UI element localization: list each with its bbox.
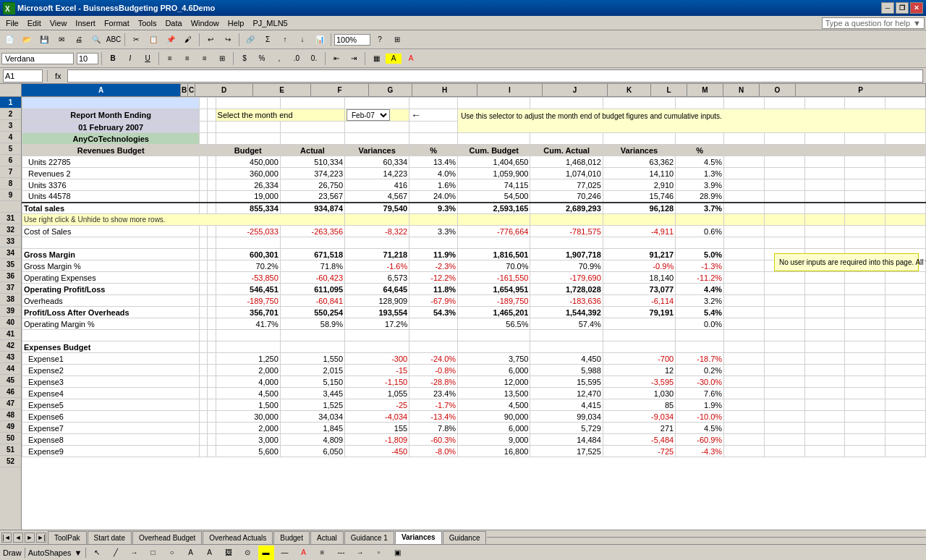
table-row[interactable]: Profit/Loss After Overheads 356,701 550,… bbox=[22, 307, 926, 318]
col-header-m[interactable]: M bbox=[687, 84, 723, 96]
autosum-button[interactable]: Σ bbox=[260, 33, 276, 47]
tab-prev-btn[interactable]: ◄ bbox=[13, 533, 23, 543]
diagram-tool[interactable]: ⊙ bbox=[239, 546, 255, 560]
new-button[interactable]: 📄 bbox=[1, 33, 17, 47]
table-row[interactable]: Expense7 2,000 1,845 155 7.8% 6,000 5,72… bbox=[22, 423, 926, 434]
select-tool[interactable]: ↖ bbox=[89, 546, 105, 560]
row-num-38[interactable]: 38 bbox=[0, 294, 21, 305]
align-right-button[interactable]: ≡ bbox=[197, 51, 213, 66]
table-row[interactable]: Operating Profit/Loss 546,451 611,095 64… bbox=[22, 284, 926, 295]
tab-overhead-budget[interactable]: Overhead Budget bbox=[132, 531, 202, 544]
menu-window[interactable]: Window bbox=[187, 17, 224, 29]
row-num-35[interactable]: 35 bbox=[0, 259, 21, 271]
tab-variances[interactable]: Variances bbox=[395, 531, 442, 544]
table-row[interactable]: Expense9 5,600 6,050 -450 -8.0% 16,800 1… bbox=[22, 446, 926, 457]
preview-button[interactable]: 🔍 bbox=[88, 33, 104, 47]
inc-decimal-button[interactable]: .0 bbox=[289, 51, 305, 66]
row-num-33[interactable]: 33 bbox=[0, 236, 21, 247]
tab-first-btn[interactable]: |◄ bbox=[1, 533, 12, 543]
fx-button[interactable]: fx bbox=[52, 72, 64, 80]
help-input-box[interactable]: Type a question for help ▼ bbox=[822, 17, 925, 29]
table-row[interactable]: Operating Margin % 41.7% 58.9% 17.2% 56.… bbox=[22, 318, 926, 330]
cut-button[interactable]: ✂ bbox=[128, 33, 144, 47]
row-num-48[interactable]: 48 bbox=[0, 410, 21, 421]
menu-tools[interactable]: Tools bbox=[134, 17, 161, 29]
menu-file[interactable]: File bbox=[1, 17, 23, 29]
row-num-9[interactable]: 9 bbox=[0, 190, 21, 201]
tab-start-date[interactable]: Start date bbox=[88, 531, 132, 544]
row-num-46[interactable]: 46 bbox=[0, 386, 21, 398]
save-button[interactable]: 💾 bbox=[36, 33, 52, 47]
table-row[interactable]: Units 22785 450,000 510,334 60,334 13.4%… bbox=[22, 156, 926, 168]
row-num-40[interactable]: 40 bbox=[0, 317, 21, 328]
linestyle-btn[interactable]: ≡ bbox=[315, 546, 331, 560]
tab-guidance[interactable]: Guidance bbox=[443, 531, 487, 544]
dropdown-arrow-icon[interactable]: ▼ bbox=[913, 19, 921, 27]
menu-pj[interactable]: PJ_MLN5 bbox=[248, 17, 292, 29]
month-select-dropdown[interactable]: Jan-07 Feb-07 Mar-07 Apr-07 May-07 Jun-0… bbox=[347, 109, 390, 121]
table-row[interactable]: Expense4 4,500 3,445 1,055 23.4% 13,500 … bbox=[22, 388, 926, 399]
tab-overhead-actuals[interactable]: Overhead Actuals bbox=[203, 531, 273, 544]
row-num-34[interactable]: 34 bbox=[0, 247, 21, 259]
row-num-3[interactable]: 3 bbox=[0, 120, 21, 132]
tab-guidance1[interactable]: Guidance 1 bbox=[344, 531, 394, 544]
tab-nav[interactable]: |◄ ◄ ► ►| bbox=[0, 531, 48, 544]
font-color-button[interactable]: A bbox=[403, 51, 419, 66]
row-num-31[interactable]: 31 bbox=[0, 213, 21, 224]
table-row[interactable]: Total sales 855,334 934,874 79,540 9.3% … bbox=[22, 203, 926, 214]
col-header-e[interactable]: E bbox=[253, 84, 311, 96]
sort-desc-button[interactable]: ↓ bbox=[294, 33, 310, 47]
arrow-tool[interactable]: → bbox=[127, 546, 143, 560]
table-row[interactable]: Overheads -189,750 -60,841 128,909 -67.9… bbox=[22, 295, 926, 307]
autoshapes-arrow-icon[interactable]: ▼ bbox=[75, 548, 82, 557]
align-left-button[interactable]: ≡ bbox=[162, 51, 178, 66]
indent-inc-button[interactable]: ⇥ bbox=[346, 51, 362, 66]
row-num-7[interactable]: 7 bbox=[0, 166, 21, 178]
month-selector-cell[interactable]: Jan-07 Feb-07 Mar-07 Apr-07 May-07 Jun-0… bbox=[345, 109, 409, 122]
align-center-button[interactable]: ≡ bbox=[179, 51, 195, 66]
currency-button[interactable]: $ bbox=[237, 51, 252, 66]
wordart-tool[interactable]: A bbox=[202, 546, 218, 560]
menu-help[interactable]: Help bbox=[224, 17, 249, 29]
row-num-41[interactable]: 41 bbox=[0, 328, 21, 340]
comma-button[interactable]: , bbox=[271, 51, 287, 66]
col-header-f[interactable]: F bbox=[311, 84, 369, 96]
menu-insert[interactable]: Insert bbox=[71, 17, 100, 29]
border-button[interactable]: ▦ bbox=[368, 51, 384, 66]
col-header-p[interactable]: P bbox=[796, 84, 926, 96]
chart-button[interactable]: 📊 bbox=[312, 33, 328, 47]
tab-actual[interactable]: Actual bbox=[310, 531, 344, 544]
table-row[interactable]: Revenues 2 360,000 374,223 14,223 4.0% 1… bbox=[22, 168, 926, 179]
zoom-help-button[interactable]: ? bbox=[372, 33, 388, 47]
table-row[interactable]: Expense6 30,000 34,034 -4,034 -13.4% 90,… bbox=[22, 411, 926, 423]
row-num-51[interactable]: 51 bbox=[0, 444, 21, 456]
menu-view[interactable]: View bbox=[46, 17, 72, 29]
table-row[interactable]: Expense3 4,000 5,150 -1,150 -28.8% 12,00… bbox=[22, 376, 926, 388]
row-num-5[interactable]: 5 bbox=[0, 143, 21, 155]
linecolor-btn[interactable]: — bbox=[277, 546, 293, 560]
paste-button[interactable]: 📌 bbox=[163, 33, 179, 47]
col-header-h[interactable]: H bbox=[412, 84, 477, 96]
row-num-47[interactable]: 47 bbox=[0, 398, 21, 410]
draw-label[interactable]: Draw bbox=[3, 548, 22, 557]
open-button[interactable]: 📂 bbox=[19, 33, 35, 47]
indent-dec-button[interactable]: ⇤ bbox=[328, 51, 344, 66]
close-button[interactable]: ✕ bbox=[910, 2, 923, 14]
col-header-j[interactable]: J bbox=[543, 84, 608, 96]
3d-btn[interactable]: ▣ bbox=[390, 546, 406, 560]
redo-button[interactable]: ↪ bbox=[220, 33, 236, 47]
font-size-box[interactable]: 10 bbox=[77, 53, 98, 64]
row-num-44[interactable]: 44 bbox=[0, 363, 21, 375]
formula-input[interactable] bbox=[67, 69, 923, 82]
restore-button[interactable]: ❐ bbox=[896, 2, 909, 14]
dec-decimal-button[interactable]: 0. bbox=[306, 51, 322, 66]
underline-button[interactable]: U bbox=[140, 51, 156, 66]
fill-color-button[interactable]: A bbox=[386, 54, 402, 64]
row-num-4[interactable]: 4 bbox=[0, 132, 21, 143]
table-row[interactable]: Expense5 1,500 1,525 -25 -1.7% 4,500 4,4… bbox=[22, 399, 926, 411]
row-num-2[interactable]: 2 bbox=[0, 109, 21, 120]
col-header-c[interactable]: C bbox=[188, 84, 195, 96]
merge-button[interactable]: ⊞ bbox=[214, 51, 230, 66]
tab-last-btn[interactable]: ►| bbox=[36, 533, 46, 543]
window-controls[interactable]: ─ ❐ ✕ bbox=[881, 2, 923, 14]
